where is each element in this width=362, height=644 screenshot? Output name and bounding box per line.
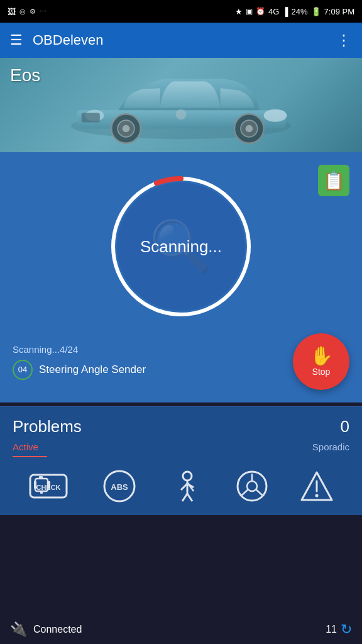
svg-point-7	[246, 125, 253, 133]
svg-text:ABS: ABS	[111, 482, 128, 492]
problems-count: 0	[341, 417, 349, 436]
item-number-badge: 04	[13, 360, 33, 380]
svg-point-8	[176, 109, 187, 120]
stop-label: Stop	[312, 367, 331, 377]
more-options-icon[interactable]: ⋮	[336, 31, 352, 49]
airbag-icon-item[interactable]	[171, 470, 204, 502]
warning-triangle-icon-item[interactable]	[300, 470, 333, 502]
svg-line-35	[241, 489, 248, 496]
problems-header: Problems 0	[13, 417, 349, 436]
svg-rect-21	[39, 476, 43, 479]
photo-icon: 🖼	[8, 7, 16, 16]
location-icon: ◎	[19, 8, 26, 16]
hamburger-menu-icon[interactable]: ☰	[10, 32, 23, 48]
current-item-row: 04 Steering Angle Sender	[13, 360, 283, 380]
svg-point-4	[123, 125, 130, 133]
svg-rect-19	[34, 481, 36, 489]
status-bar: 🖼 ◎ ⚙ ⋯ ★ ▣ ⏰ 4G ▐ 24% 🔋 7:09 PM	[0, 0, 362, 23]
app-title: OBDeleven	[33, 32, 104, 48]
problems-section: Problems 0 Active Sporadic CHECK	[0, 406, 362, 515]
car-banner: Eos	[0, 58, 362, 152]
battery-percentage: 24%	[292, 7, 308, 16]
connected-text: Connected	[33, 624, 82, 635]
tab-inactive[interactable]: Sporadic	[312, 441, 349, 452]
version-section: 11 ↻	[326, 621, 352, 638]
svg-rect-20	[48, 481, 50, 489]
stop-hand-icon: ✋	[310, 347, 333, 365]
steering-icon	[236, 470, 268, 502]
check-engine-icon-item[interactable]: CHECK	[29, 470, 68, 502]
alarm-icon: ⏰	[256, 7, 265, 16]
problems-tabs: Active Sporadic	[13, 441, 349, 452]
progress-ring-container: 🔍 Scanning...	[13, 165, 349, 328]
network-icon: 4G	[268, 7, 279, 16]
seatbelt-icon	[171, 470, 204, 502]
nav-left: ☰ OBDeleven	[10, 32, 104, 48]
scanning-info: Scanning...4/24 04 Steering Angle Sender	[13, 344, 283, 380]
check-engine-icon: CHECK	[29, 470, 68, 502]
status-left-icons: 🖼 ◎ ⚙ ⋯	[8, 7, 47, 16]
scanning-center-text: Scanning...	[140, 237, 222, 257]
refresh-icon[interactable]: ↻	[341, 621, 352, 638]
car-image	[24, 58, 338, 152]
abs-icon: ABS	[100, 470, 139, 502]
scanning-progress-text: Scanning...4/24	[13, 344, 283, 355]
settings-icon: ⚙	[30, 8, 36, 16]
connected-section: 🔌 Connected	[10, 621, 82, 638]
svg-point-39	[315, 494, 319, 497]
battery-icon: 🔋	[311, 7, 321, 16]
svg-line-36	[256, 489, 263, 496]
tab-active[interactable]: Active	[13, 441, 38, 452]
svg-rect-22	[40, 491, 43, 494]
version-number: 11	[326, 624, 337, 635]
message-icon: ⋯	[40, 8, 47, 16]
current-item-name: Steering Angle Sender	[39, 364, 146, 376]
nfc-icon: ▣	[246, 7, 253, 16]
signal-bars-icon: ▐	[282, 7, 288, 16]
warning-icons-row: CHECK ABS	[13, 465, 349, 508]
svg-point-9	[264, 109, 287, 122]
nav-bar: ☰ OBDeleven ⋮	[0, 23, 362, 58]
svg-point-25	[183, 472, 192, 480]
stop-button[interactable]: ✋ Stop	[293, 333, 349, 390]
steering-icon-item[interactable]	[236, 470, 268, 502]
tab-underline	[13, 456, 47, 457]
svg-line-29	[187, 494, 192, 501]
clock: 7:09 PM	[324, 7, 354, 16]
problems-title: Problems	[13, 417, 82, 436]
scanning-status-row: Scanning...4/24 04 Steering Angle Sender…	[13, 333, 349, 390]
scanning-section: 📋 🔍 Scanning... Scanning...4/24 04 Steer…	[0, 152, 362, 402]
status-right-info: ★ ▣ ⏰ 4G ▐ 24% 🔋 7:09 PM	[235, 7, 354, 16]
bottom-bar: 🔌 Connected 11 ↻	[0, 615, 362, 644]
warning-icon	[300, 470, 333, 502]
abs-icon-item[interactable]: ABS	[100, 470, 139, 502]
obd-connector-icon: 🔌	[10, 621, 27, 638]
svg-line-28	[182, 494, 187, 501]
bluetooth-icon: ★	[235, 7, 243, 16]
svg-rect-11	[82, 113, 100, 123]
